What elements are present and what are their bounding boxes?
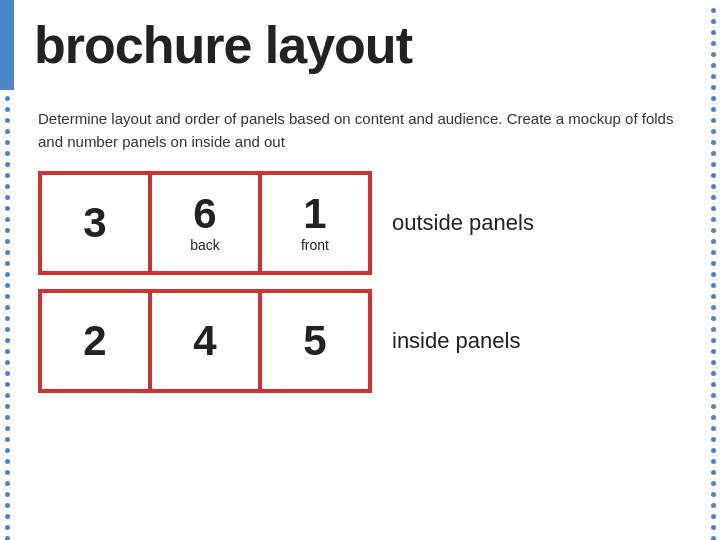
panel-cell-2: 2 xyxy=(40,291,150,391)
title-area: brochure layout xyxy=(14,0,720,90)
panel-cell-6: 6 back xyxy=(150,173,260,273)
right-accent xyxy=(706,0,720,540)
outside-panel-grid: 3 6 back 1 front xyxy=(38,171,372,275)
panels-container: 3 6 back 1 front outside panels 2 xyxy=(38,171,696,393)
panel-cell-4: 4 xyxy=(150,291,260,391)
panel-cell-5: 5 xyxy=(260,291,370,391)
description-text: Determine layout and order of panels bas… xyxy=(38,108,696,153)
panel-cell-1: 1 front xyxy=(260,173,370,273)
inside-panel-row: 2 4 5 inside panels xyxy=(38,289,696,393)
panel-cell-3: 3 xyxy=(40,173,150,273)
page-title: brochure layout xyxy=(34,15,412,75)
outside-panels-label: outside panels xyxy=(392,210,534,236)
outside-panel-row: 3 6 back 1 front outside panels xyxy=(38,171,696,275)
inside-panels-label: inside panels xyxy=(392,328,520,354)
main-content: Determine layout and order of panels bas… xyxy=(14,90,720,540)
inside-panel-grid: 2 4 5 xyxy=(38,289,372,393)
